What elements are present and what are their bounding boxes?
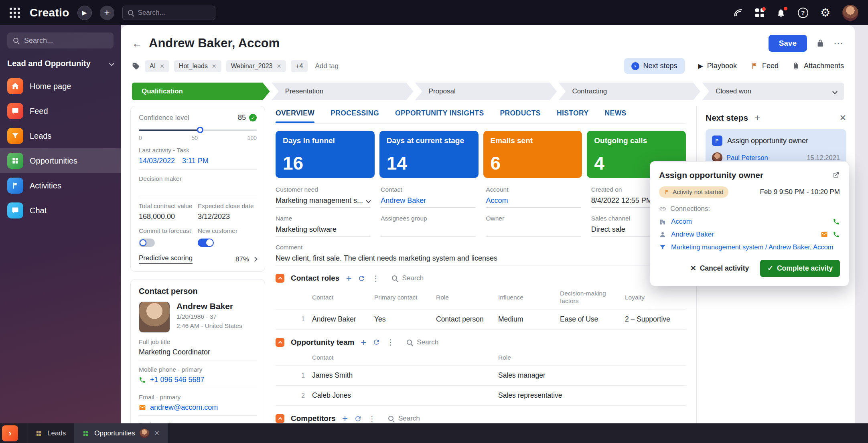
slider-thumb[interactable] [197, 127, 203, 133]
owner-name-link[interactable]: Paul Peterson [726, 154, 768, 162]
tag-webinar[interactable]: Webinar_2023✕ [226, 60, 286, 72]
cancel-activity-button[interactable]: ✕ Cancel activity [690, 264, 749, 273]
workspace-selector[interactable]: Lead and Opportunity [7, 59, 114, 68]
field-name[interactable]: Name Marketing software [276, 215, 370, 237]
cell-contact-link[interactable]: Andrew Baker [312, 309, 374, 329]
email-value[interactable]: andrew@accom.com [150, 403, 218, 412]
tag-hot-leads[interactable]: Hot_leads✕ [174, 60, 221, 72]
save-button[interactable]: Save [769, 35, 807, 52]
column-header[interactable]: Loyalty [625, 289, 686, 305]
play-button[interactable]: ▶ [77, 6, 92, 20]
field-comment[interactable]: Comment New client, first sale. The clie… [276, 244, 686, 265]
global-search-input[interactable]: Search... [122, 6, 215, 20]
pulse-icon[interactable] [733, 8, 743, 18]
new-customer-toggle[interactable] [198, 239, 214, 247]
add-row-icon[interactable]: + [346, 273, 351, 283]
refresh-icon[interactable] [358, 275, 365, 282]
mail-icon[interactable] [821, 231, 828, 238]
column-header[interactable]: Influence [498, 289, 560, 305]
stage-presentation[interactable]: Presentation [272, 83, 414, 100]
column-header[interactable]: Contact [312, 289, 374, 305]
remove-tag-icon[interactable]: ✕ [212, 63, 217, 69]
close-tab-icon[interactable]: ✕ [154, 429, 159, 437]
sidebar-item-activities[interactable]: Activities [0, 173, 121, 198]
section-menu-icon[interactable]: ⋮ [387, 338, 394, 347]
phone-icon[interactable] [833, 231, 840, 238]
settings-gear-icon[interactable]: ⚙ [820, 7, 830, 18]
user-avatar[interactable] [842, 5, 858, 21]
column-header[interactable]: Decision-making factors [560, 285, 625, 309]
feed-button[interactable]: Feed [750, 62, 779, 70]
tab-opportunity-insights[interactable]: OPPORTUNITY INSIGHTS [395, 106, 484, 123]
mobile-phone-value[interactable]: +1 096 546 5687 [150, 376, 205, 384]
total-contract-value[interactable]: 168,000.00 [139, 212, 198, 221]
table-row[interactable]: 1 Andrew Baker Yes Contact person Medium… [276, 309, 686, 330]
add-button[interactable]: + [100, 6, 114, 20]
section-search-input[interactable]: Search [391, 274, 424, 282]
help-button[interactable]: ? [798, 8, 808, 18]
add-tag-button[interactable]: Add tag [315, 62, 339, 70]
refresh-icon[interactable] [354, 415, 362, 423]
expected-close-value[interactable]: 3/12/2023 [198, 212, 257, 221]
tab-history[interactable]: HISTORY [557, 106, 589, 123]
connection-contact[interactable]: Andrew Baker [659, 231, 840, 239]
predictive-scoring-row[interactable]: Predictive scoring 87% [139, 254, 257, 264]
stage-proposal[interactable]: Proposal [415, 83, 557, 100]
creatio-taskbar-logo[interactable]: › [2, 425, 18, 441]
open-record-icon[interactable] [832, 171, 840, 179]
playbook-button[interactable]: ▶ Playbook [698, 62, 737, 70]
close-icon[interactable]: ✕ [839, 113, 846, 123]
connection-link[interactable]: Andrew Baker [671, 231, 714, 239]
field-customer-need[interactable]: Customer need Marketing management s... [276, 186, 370, 208]
job-title-value[interactable]: Marketing Coordinator [139, 348, 210, 356]
tab-overview[interactable]: OVERVIEW [276, 106, 314, 123]
column-header[interactable]: Role [436, 289, 498, 305]
table-row[interactable]: 2 Caleb Jones Sales representative [276, 386, 686, 406]
table-row[interactable]: 1 James Smith Sales manager [276, 366, 686, 386]
field-account[interactable]: Account Accom [486, 186, 581, 208]
connection-link[interactable]: Marketing management system / Andrew Bak… [671, 243, 833, 251]
section-menu-icon[interactable]: ⋮ [368, 414, 376, 423]
commit-to-forecast-toggle[interactable] [139, 239, 155, 247]
phone-icon[interactable] [833, 218, 840, 225]
field-contact[interactable]: Contact Andrew Baker [381, 186, 475, 208]
connection-account[interactable]: Accom [659, 218, 840, 226]
column-header[interactable]: Primary contact [374, 289, 436, 305]
notifications-button[interactable] [776, 8, 786, 18]
sidebar-item-feed[interactable]: Feed [0, 99, 121, 123]
cell-contact-link[interactable]: James Smith [312, 366, 498, 385]
stage-contracting[interactable]: Contracting [558, 83, 700, 100]
tag-ai[interactable]: AI✕ [145, 60, 169, 72]
decision-maker-value[interactable] [139, 182, 257, 196]
chevron-down-icon[interactable] [366, 198, 371, 203]
taskbar-tab-leads[interactable]: Leads [27, 423, 74, 443]
sidebar-item-leads[interactable]: Leads [0, 123, 121, 148]
collapse-icon[interactable] [276, 338, 284, 347]
collapse-icon[interactable] [276, 414, 284, 423]
stage-qualification[interactable]: Qualification [132, 83, 270, 100]
confidence-slider[interactable] [139, 126, 257, 134]
contact-photo[interactable] [139, 301, 170, 333]
more-actions-icon[interactable]: ⋯ [834, 38, 844, 49]
chevron-down-icon[interactable] [832, 89, 838, 94]
sidebar-item-opportunities[interactable]: Opportunities [0, 148, 121, 173]
column-header[interactable]: Contact [312, 350, 498, 365]
column-header[interactable]: Role [498, 350, 686, 365]
tab-processing[interactable]: PROCESSING [331, 106, 379, 123]
field-value-link[interactable]: Accom [486, 196, 508, 205]
sidebar-item-chat[interactable]: Chat [0, 198, 121, 223]
contact-name[interactable]: Andrew Baker [176, 301, 242, 311]
field-value-link[interactable]: Andrew Baker [381, 196, 426, 205]
connection-opportunity[interactable]: Marketing management system / Andrew Bak… [659, 243, 840, 251]
section-search-input[interactable]: Search [388, 415, 420, 423]
remove-tag-icon[interactable]: ✕ [276, 63, 281, 69]
remove-tag-icon[interactable]: ✕ [160, 63, 164, 69]
section-menu-icon[interactable]: ⋮ [372, 274, 379, 283]
add-row-icon[interactable]: + [361, 338, 366, 347]
refresh-icon[interactable] [373, 338, 380, 346]
sidebar-search-input[interactable]: Search... [7, 32, 114, 49]
field-assignees-group[interactable]: Assignees group [381, 215, 475, 237]
collapse-icon[interactable] [276, 274, 284, 283]
phone-icon[interactable] [139, 376, 146, 384]
tab-products[interactable]: PRODUCTS [500, 106, 541, 123]
